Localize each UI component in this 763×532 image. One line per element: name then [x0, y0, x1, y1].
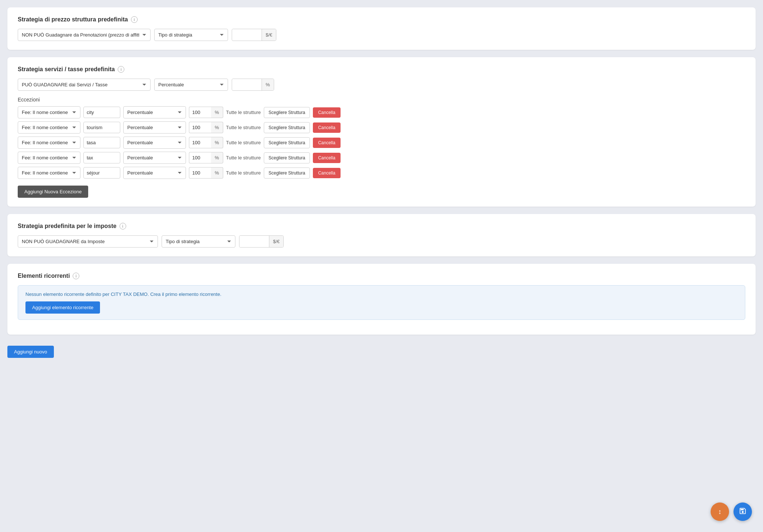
exception-row: Fee: Il nome contiene Percentuale % Tutt…	[18, 152, 745, 164]
exception-condition-select-4[interactable]: Fee: Il nome contiene	[18, 167, 80, 179]
exception-struct-label-0: Tutte le strutture	[226, 110, 261, 115]
services-tax-currency: %	[262, 79, 274, 90]
eccezioni-label: Eccezioni	[18, 97, 745, 103]
exception-value-input-1[interactable]	[83, 122, 120, 133]
recurring-box: Nessun elemento ricorrente definito per …	[18, 285, 745, 320]
exception-scegli-button-1[interactable]: Scegliere Struttura	[264, 122, 310, 133]
price-strategy-section: Strategia di prezzo struttura predefinit…	[7, 7, 756, 50]
tax-strategy-info-icon[interactable]: i	[120, 223, 126, 229]
exception-amount-wrapper-0: %	[189, 107, 223, 118]
exception-amount-input-0[interactable]	[189, 107, 211, 118]
recurring-message: Nessun elemento ricorrente definito per …	[25, 291, 738, 297]
price-strategy-row: NON PUÒ Guadagnare da Prenotazioni (prez…	[18, 29, 745, 41]
exception-cancel-button-1[interactable]: Cancella	[313, 122, 341, 133]
services-tax-strategy-row: PUÒ GUADAGNARE dai Servizi / Tasse Perce…	[18, 79, 745, 91]
exception-row: Fee: Il nome contiene Percentuale % Tutt…	[18, 137, 745, 149]
services-tax-strategy-title: Strategia servizi / tasse predefinita i	[18, 66, 745, 73]
add-exception-button[interactable]: Aggiungi Nuova Eccezione	[18, 186, 88, 198]
exception-cancel-button-2[interactable]: Cancella	[313, 138, 341, 148]
exception-scegli-button-4[interactable]: Scegliere Struttura	[264, 167, 310, 179]
recurring-info-icon[interactable]: i	[73, 273, 79, 279]
exception-struct-label-3: Tutte le strutture	[226, 155, 261, 160]
price-strategy-info-icon[interactable]: i	[131, 16, 138, 23]
tax-strategy-dropdown2[interactable]: Tipo di strategia	[162, 235, 235, 248]
exception-amount-input-3[interactable]	[189, 152, 211, 163]
price-strategy-currency: $/€	[262, 29, 276, 41]
exception-cancel-button-0[interactable]: Cancella	[313, 107, 341, 118]
recurring-elements-title: Elementi ricorrenti i	[18, 273, 745, 279]
recurring-elements-section: Elementi ricorrenti i Nessun elemento ri…	[7, 264, 756, 335]
exception-scegli-button-3[interactable]: Scegliere Struttura	[264, 152, 310, 163]
tax-strategy-amount-wrapper: 0 $/€	[239, 235, 284, 248]
exception-type-select-4[interactable]: Percentuale	[123, 167, 186, 179]
services-tax-amount-input[interactable]: 0	[232, 79, 262, 90]
exception-rows-container: Fee: Il nome contiene Percentuale % Tutt…	[18, 106, 745, 179]
exception-amount-input-1[interactable]	[189, 122, 211, 133]
exception-cancel-button-4[interactable]: Cancella	[313, 168, 341, 178]
exception-type-select-3[interactable]: Percentuale	[123, 152, 186, 164]
exception-struct-label-1: Tutte le strutture	[226, 125, 261, 130]
exception-row: Fee: Il nome contiene Percentuale % Tutt…	[18, 167, 745, 179]
tax-strategy-row: NON PUÒ GUADAGNARE da Imposte Tipo di st…	[18, 235, 745, 248]
exception-value-input-3[interactable]	[83, 152, 120, 163]
tax-strategy-amount-input[interactable]: 0	[239, 236, 269, 247]
exception-type-select-1[interactable]: Percentuale	[123, 121, 186, 134]
exception-suffix-1: %	[211, 122, 223, 133]
exception-amount-wrapper-2: %	[189, 137, 223, 148]
add-new-button[interactable]: Aggiungi nuovo	[7, 346, 54, 358]
exception-value-input-2[interactable]	[83, 137, 120, 148]
exception-suffix-4: %	[211, 167, 223, 179]
exception-struct-label-2: Tutte le strutture	[226, 140, 261, 145]
exception-type-select-0[interactable]: Percentuale	[123, 106, 186, 118]
exception-amount-wrapper-4: %	[189, 167, 223, 179]
exception-cancel-button-3[interactable]: Cancella	[313, 153, 341, 163]
services-tax-amount-wrapper: 0 %	[232, 79, 274, 91]
exception-amount-input-2[interactable]	[189, 137, 211, 148]
exception-row: Fee: Il nome contiene Percentuale % Tutt…	[18, 121, 745, 134]
exception-suffix-0: %	[211, 107, 223, 118]
services-tax-info-icon[interactable]: i	[118, 66, 124, 73]
tax-strategy-dropdown1[interactable]: NON PUÒ GUADAGNARE da Imposte	[18, 235, 158, 248]
tax-strategy-currency: $/€	[269, 236, 283, 247]
exception-row: Fee: Il nome contiene Percentuale % Tutt…	[18, 106, 745, 118]
exception-suffix-2: %	[211, 137, 223, 148]
exception-scegli-button-2[interactable]: Scegliere Struttura	[264, 137, 310, 148]
exception-condition-select-3[interactable]: Fee: Il nome contiene	[18, 152, 80, 164]
add-recurring-button[interactable]: Aggiungi elemento ricorrente	[25, 301, 100, 314]
exception-value-input-0[interactable]	[83, 107, 120, 118]
bottom-bar: Aggiungi nuovo	[7, 342, 756, 373]
exception-amount-input-4[interactable]	[189, 167, 211, 179]
price-strategy-amount-input[interactable]: 0	[232, 29, 262, 41]
services-tax-dropdown2[interactable]: Percentuale	[154, 79, 228, 91]
tax-strategy-section: Strategia predefinita per le imposte i N…	[7, 214, 756, 256]
price-strategy-dropdown2[interactable]: Tipo di strategia	[154, 29, 228, 41]
exception-condition-select-2[interactable]: Fee: Il nome contiene	[18, 137, 80, 149]
exception-suffix-3: %	[211, 152, 223, 163]
services-tax-strategy-section: Strategia servizi / tasse predefinita i …	[7, 57, 756, 207]
exception-struct-label-4: Tutte le strutture	[226, 170, 261, 176]
price-strategy-dropdown1[interactable]: NON PUÒ Guadagnare da Prenotazioni (prez…	[18, 29, 151, 41]
exception-condition-select-0[interactable]: Fee: Il nome contiene	[18, 106, 80, 118]
exception-value-input-4[interactable]	[83, 167, 120, 179]
exception-amount-wrapper-1: %	[189, 122, 223, 133]
price-strategy-title: Strategia di prezzo struttura predefinit…	[18, 16, 745, 23]
exception-scegli-button-0[interactable]: Scegliere Struttura	[264, 107, 310, 118]
price-strategy-amount-wrapper: 0 $/€	[232, 29, 276, 41]
exception-type-select-2[interactable]: Percentuale	[123, 137, 186, 149]
exception-amount-wrapper-3: %	[189, 152, 223, 163]
services-tax-dropdown1[interactable]: PUÒ GUADAGNARE dai Servizi / Tasse	[18, 79, 151, 91]
tax-strategy-title: Strategia predefinita per le imposte i	[18, 223, 745, 229]
exception-condition-select-1[interactable]: Fee: Il nome contiene	[18, 121, 80, 134]
